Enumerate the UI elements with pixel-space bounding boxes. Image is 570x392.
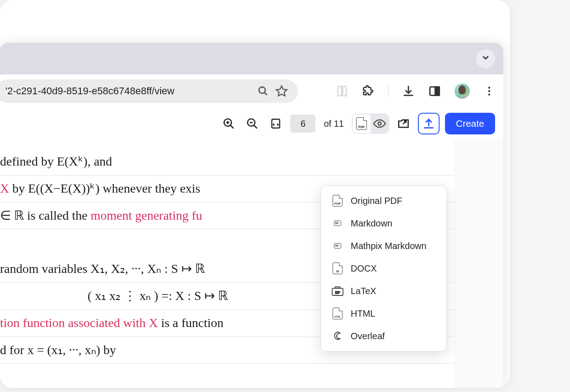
page-number-input[interactable]: [290, 115, 315, 133]
browser-address-row: '2-c291-40d9-8519-e58c6748e8ff/view: [0, 74, 503, 108]
view-mode-group: PDF: [352, 114, 389, 134]
export-item-label: Overleaf: [351, 331, 385, 341]
docx-icon: W: [332, 263, 343, 274]
export-item-original-pdf[interactable]: PDF Original PDF: [321, 189, 446, 212]
profile-avatar[interactable]: [454, 83, 470, 99]
export-dropdown-menu: PDF Original PDF M↓ Markdown M↓ Mathpix …: [320, 185, 447, 351]
upload-icon: [422, 117, 435, 130]
svg-point-7: [488, 87, 490, 88]
svg-line-11: [231, 125, 234, 129]
export-item-docx[interactable]: W DOCX: [321, 257, 446, 280]
export-item-label: DOCX: [351, 263, 377, 274]
sidepanel-icon[interactable]: [428, 85, 441, 97]
export-item-overleaf[interactable]: Overleaf: [321, 325, 446, 347]
markdown-icon: M↓: [332, 217, 343, 229]
browser-tab-bar: [0, 43, 503, 74]
svg-line-15: [254, 125, 257, 129]
svg-line-1: [264, 92, 267, 95]
page-of-label: of 11: [324, 119, 343, 129]
export-button[interactable]: [418, 113, 440, 134]
svg-rect-17: [272, 119, 280, 128]
pdf-icon: PDF: [332, 195, 343, 207]
overleaf-icon: [332, 330, 343, 342]
zoom-out-button[interactable]: [243, 115, 261, 133]
search-icon[interactable]: [257, 85, 269, 97]
outer-frame: '2-c291-40d9-8519-e58c6748e8ff/view: [0, 0, 510, 388]
book-icon[interactable]: [336, 85, 348, 97]
export-item-label: Markdown: [351, 218, 392, 229]
browser-window: '2-c291-40d9-8519-e58c6748e8ff/view: [0, 43, 503, 388]
extensions-icon[interactable]: [362, 85, 375, 97]
address-bar[interactable]: '2-c291-40d9-8519-e58c6748e8ff/view: [0, 79, 298, 103]
export-item-label: Original PDF: [351, 196, 402, 206]
pdf-icon: PDF: [356, 117, 367, 130]
create-button[interactable]: Create: [445, 113, 495, 134]
download-icon[interactable]: [402, 85, 415, 97]
preview-view-button[interactable]: [371, 114, 389, 133]
export-item-mathpix-markdown[interactable]: M↓ Mathpix Markdown: [321, 235, 446, 257]
export-item-html[interactable]: HTML HTML: [321, 302, 446, 325]
zoom-in-button[interactable]: [220, 115, 238, 133]
svg-marker-2: [276, 86, 287, 96]
divider: [388, 85, 389, 97]
svg-point-18: [378, 122, 381, 125]
mathpix-markdown-icon: M↓: [332, 240, 343, 252]
doc-line: defined by E(Xᵏ), and: [0, 148, 454, 175]
export-item-markdown[interactable]: M↓ Markdown: [321, 212, 446, 235]
export-item-label: HTML: [351, 309, 375, 319]
chevron-down-icon: [481, 53, 490, 64]
html-icon: HTML: [332, 308, 343, 319]
export-item-label: LaTeX: [351, 286, 376, 296]
svg-point-9: [488, 93, 490, 95]
fit-page-button[interactable]: [267, 115, 285, 133]
url-text: '2-c291-40d9-8519-e58c6748e8ff/view: [5, 85, 251, 97]
bookmark-star-icon[interactable]: [275, 85, 288, 97]
export-item-label: Mathpix Markdown: [351, 241, 426, 251]
browser-toolbar-icons: [318, 83, 495, 99]
export-item-latex[interactable]: ZIP LaTeX: [321, 280, 446, 302]
open-folder-button[interactable]: [394, 115, 412, 133]
tab-list-button[interactable]: [476, 49, 495, 68]
pdf-view-button[interactable]: PDF: [352, 114, 371, 133]
viewer-toolbar: of 11 PDF Create: [0, 108, 503, 139]
svg-rect-6: [435, 87, 439, 96]
svg-text:ZIP: ZIP: [335, 291, 340, 294]
eye-icon: [373, 117, 386, 130]
latex-icon: ZIP: [332, 285, 343, 297]
svg-point-8: [488, 90, 490, 92]
svg-point-0: [259, 87, 265, 93]
svg-rect-3: [338, 87, 342, 96]
svg-rect-4: [343, 87, 346, 96]
more-menu-icon[interactable]: [483, 85, 495, 97]
